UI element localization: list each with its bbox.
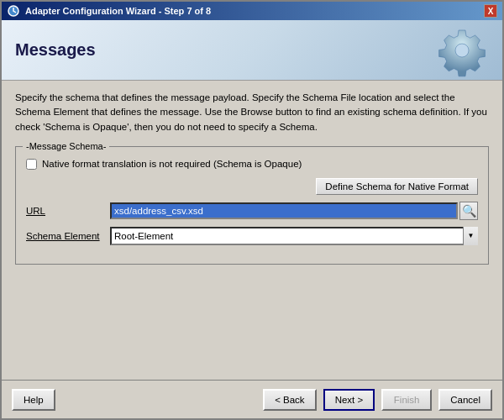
opaque-checkbox-row: Native format translation is not require… (26, 159, 478, 170)
url-row: URL 🔍 (26, 202, 478, 220)
group-legend: -Message Schema- (23, 141, 109, 151)
define-schema-button[interactable]: Define Schema for Native Format (316, 178, 478, 195)
footer: Help < Back Next > Finish Cancel (2, 380, 502, 418)
finish-button[interactable]: Finish (381, 389, 432, 411)
wizard-icon (7, 4, 20, 18)
svg-point-1 (455, 44, 469, 57)
schema-element-row: Schema Element Root-Element ▼ (26, 227, 478, 245)
next-button[interactable]: Next > (323, 389, 375, 411)
header-banner: Messages (2, 20, 502, 81)
browse-button[interactable]: 🔍 (459, 202, 478, 220)
title-bar-left: Adapter Configuration Wizard - Step 7 of… (7, 4, 211, 18)
schema-element-select[interactable]: Root-Element (110, 227, 478, 245)
opaque-checkbox-label: Native format translation is not require… (42, 159, 302, 169)
define-schema-row: Define Schema for Native Format (26, 178, 478, 202)
url-input[interactable] (110, 202, 458, 219)
back-button[interactable]: < Back (263, 389, 316, 411)
opaque-checkbox[interactable] (26, 159, 37, 170)
wizard-window: Adapter Configuration Wizard - Step 7 of… (0, 0, 504, 420)
cancel-button[interactable]: Cancel (438, 389, 492, 411)
title-bar: Adapter Configuration Wizard - Step 7 of… (2, 2, 502, 20)
description-text: Specify the schema that defines the mess… (15, 91, 489, 134)
close-button[interactable]: X (484, 4, 497, 18)
browse-icon: 🔍 (462, 204, 476, 218)
page-title: Messages (15, 40, 96, 60)
schema-element-label: Schema Element (26, 231, 110, 241)
content-area: Specify the schema that defines the mess… (2, 81, 502, 380)
window-title: Adapter Configuration Wizard - Step 7 of… (25, 6, 211, 16)
url-input-wrapper: 🔍 (110, 202, 478, 220)
gear-icon (435, 24, 489, 77)
schema-element-select-wrapper: Root-Element ▼ (110, 227, 478, 245)
message-schema-group: -Message Schema- Native format translati… (15, 146, 489, 265)
url-label: URL (26, 206, 110, 216)
help-button[interactable]: Help (12, 389, 55, 411)
